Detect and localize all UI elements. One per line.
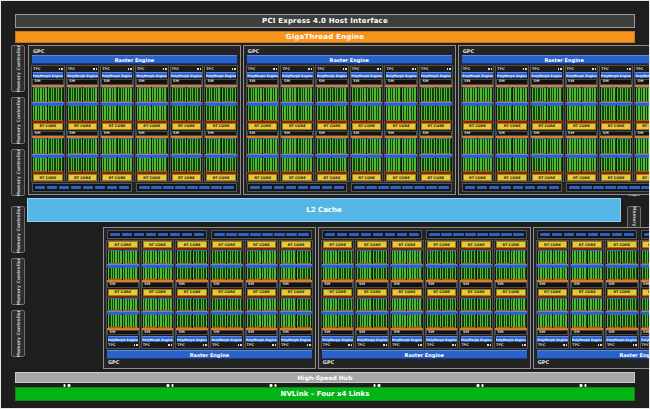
cuda-core-column (622, 314, 636, 328)
cuda-core-column (567, 138, 581, 154)
cuda-core-column (532, 157, 546, 173)
cuda-core-column (622, 267, 636, 281)
cuda-core-column (248, 138, 262, 154)
tpc-row: TPCPolyMorph EngineSMRT CORESMRT CORETPC… (536, 240, 650, 349)
dot (490, 344, 492, 346)
sm-header: SM (606, 330, 638, 336)
cuda-core-column (212, 298, 226, 312)
cuda-core-column (158, 314, 172, 328)
tpc-header: TPC (322, 342, 354, 348)
cuda-core-column (392, 250, 406, 264)
polymorph-engine-bar: PolyMorph Engine (317, 72, 348, 78)
cuda-core-column (177, 298, 191, 312)
sm-block: SMRT CORE (635, 79, 650, 130)
cuda-core-column (48, 87, 62, 103)
sm-label: SM (539, 283, 545, 287)
cuda-core-grid (495, 250, 527, 264)
cuda-core-column (461, 267, 475, 281)
cuda-core-column (567, 87, 581, 103)
rop-unit (588, 233, 598, 236)
cuda-core-column (513, 157, 527, 173)
cuda-core-column (338, 250, 352, 264)
cuda-core-grid (171, 87, 203, 103)
cuda-core-column (137, 157, 151, 173)
cuda-core-grid (566, 157, 598, 173)
gpc-label: GPC (536, 359, 650, 366)
dot (168, 344, 170, 346)
cuda-core-grid (571, 298, 603, 312)
sm-header: SM (641, 282, 650, 288)
cuda-core-column (367, 105, 381, 121)
sm-block: SMRT CORE (247, 131, 279, 182)
cuda-core-column (298, 87, 312, 103)
cuda-core-grid (537, 250, 569, 264)
rt-core-bar: RT CORE (68, 174, 98, 181)
sm-label: SM (394, 283, 400, 287)
rop-unit (581, 186, 591, 189)
gpc-box: GPCRaster EngineTPCPolyMorph EngineSMRT … (458, 45, 650, 195)
sm-header: SM (495, 330, 527, 336)
cuda-core-column (123, 314, 137, 328)
cuda-core-column (193, 267, 207, 281)
dot (276, 68, 278, 70)
sm-label: SM (173, 132, 179, 136)
cuda-core-grid (101, 105, 133, 121)
rt-core-bar: RT CORE (323, 289, 353, 296)
cuda-core-column (442, 314, 456, 328)
sm-label: SM (69, 132, 75, 136)
raster-link-dots (598, 344, 602, 346)
cuda-core-column (357, 298, 371, 312)
rop-unit (349, 233, 359, 236)
sm-label: SM (499, 132, 505, 136)
cuda-core-column (137, 138, 151, 154)
dot (449, 68, 451, 70)
rop-unit (453, 233, 463, 236)
rop-unit (83, 186, 93, 189)
rt-core-bar: RT CORE (496, 289, 526, 296)
cuda-core-grid (142, 267, 174, 281)
polymorph-engine-bar: PolyMorph Engine (247, 72, 278, 78)
cuda-core-grid (460, 267, 492, 281)
cuda-core-column (436, 138, 450, 154)
rt-core-bar: RT CORE (357, 289, 387, 296)
cuda-core-grid (635, 105, 650, 121)
cuda-core-grid (171, 157, 203, 173)
cuda-core-grid (385, 138, 417, 154)
cuda-core-column (108, 298, 122, 312)
sm-block: SMRT CORE (356, 241, 388, 288)
sm-label: SM (463, 331, 469, 335)
cuda-core-column (352, 157, 366, 173)
cuda-core-grid (460, 314, 492, 328)
rop-group (136, 183, 236, 192)
cuda-core-column (352, 138, 366, 154)
rt-core-bar: RT CORE (642, 289, 650, 296)
cuda-core-grid (32, 87, 64, 103)
rop-unit (286, 186, 296, 189)
sm-label: SM (208, 80, 214, 84)
rt-core-bar: RT CORE (386, 123, 416, 130)
rop-unit (71, 186, 81, 189)
sm-label: SM (359, 283, 365, 287)
rop-unit (151, 186, 161, 189)
rt-core-bar: RT CORE (461, 289, 491, 296)
cuda-core-grid (420, 157, 452, 173)
sm-label: SM (533, 132, 539, 136)
cuda-core-column (532, 138, 546, 154)
sm-block: SMRT CORE (641, 289, 650, 336)
cuda-core-grid (67, 138, 99, 154)
rt-core-bar: RT CORE (636, 123, 650, 130)
cuda-core-column (118, 138, 132, 154)
cuda-core-column (323, 298, 337, 312)
rt-core-bar: RT CORE (206, 123, 236, 130)
polymorph-engine-bar: PolyMorph Engine (497, 72, 528, 78)
cuda-core-column (511, 314, 525, 328)
cuda-core-column (227, 314, 241, 328)
gpc-box: GPCRaster EngineTPCPolyMorph EngineSMRT … (318, 227, 531, 369)
cuda-core-grid (176, 298, 208, 312)
rop-unit (35, 186, 45, 189)
rt-core-bar: RT CORE (497, 123, 527, 130)
raster-link-dots (383, 344, 387, 346)
cuda-core-column (367, 138, 381, 154)
sm-label: SM (283, 331, 289, 335)
sm-block: SMRT CORE (67, 79, 99, 130)
